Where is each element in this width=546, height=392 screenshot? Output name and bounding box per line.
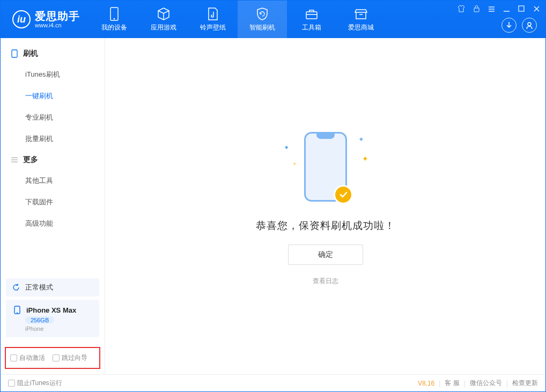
svg-point-8 (17, 312, 18, 313)
view-log-link[interactable]: 查看日志 (313, 277, 338, 286)
tab-apps-games[interactable]: 应用游戏 (139, 1, 188, 38)
sparkle-icon: ✦ (362, 154, 368, 163)
device-panel: 正常模式 iPhone XS Max 256GB iPhone (1, 274, 105, 344)
support-link[interactable]: 客 服 (445, 379, 459, 388)
sidebar: 刷机 iTunes刷机 一键刷机 专业刷机 批量刷机 更多 其他工具 下载固件 … (1, 38, 105, 374)
tshirt-icon[interactable] (456, 4, 466, 13)
checkbox-skip-guide[interactable]: 跳过向导 (53, 353, 87, 363)
shield-refresh-icon (255, 7, 269, 21)
window-controls (456, 4, 541, 13)
music-file-icon (206, 7, 220, 21)
svg-rect-4 (519, 6, 524, 11)
sparkle-icon: ◆ (359, 136, 363, 142)
cube-icon (157, 7, 171, 21)
tab-ringtone-wallpaper[interactable]: 铃声壁纸 (188, 1, 238, 38)
sidebar-item-pro-flash[interactable]: 专业刷机 (1, 107, 105, 128)
app-name: 爱思助手 (35, 10, 80, 22)
ok-button[interactable]: 确定 (288, 245, 363, 265)
sidebar-item-itunes-flash[interactable]: iTunes刷机 (1, 64, 105, 85)
wechat-link[interactable]: 微信公众号 (470, 379, 502, 388)
menu-icon[interactable] (486, 4, 496, 13)
list-icon (10, 156, 19, 164)
phone-outline-icon (10, 49, 19, 58)
tab-smart-flash[interactable]: 智能刷机 (238, 1, 287, 38)
sidebar-item-other-tools[interactable]: 其他工具 (1, 170, 105, 191)
tab-my-device[interactable]: 我的设备 (90, 1, 139, 38)
device-mode-card[interactable]: 正常模式 (6, 278, 99, 297)
sidebar-item-advanced[interactable]: 高级功能 (1, 213, 105, 234)
close-button[interactable] (532, 4, 541, 13)
device-capacity-badge: 256GB (25, 316, 54, 324)
device-info-card[interactable]: iPhone XS Max 256GB iPhone (6, 300, 99, 337)
tab-toolbox[interactable]: 工具箱 (287, 1, 336, 38)
nav-tabs: 我的设备 应用游戏 铃声壁纸 智能刷机 (90, 1, 386, 38)
tab-store[interactable]: 爱思商城 (336, 1, 386, 38)
sidebar-item-onekey-flash[interactable]: 一键刷机 (1, 85, 105, 107)
svg-point-1 (114, 18, 115, 19)
refresh-icon (11, 283, 21, 292)
sidebar-group-flash: 刷机 (1, 43, 105, 64)
checkbox-icon (10, 354, 17, 361)
app-window: iu 爱思助手 www.i4.cn 我的设备 应用游戏 (0, 0, 546, 392)
store-icon (354, 7, 368, 21)
minimize-button[interactable] (501, 4, 511, 13)
device-type: iPhone (25, 326, 43, 332)
sidebar-item-batch-flash[interactable]: 批量刷机 (1, 128, 105, 150)
check-update-link[interactable]: 检查更新 (512, 379, 538, 388)
device-phone-icon (12, 305, 22, 315)
user-button[interactable] (522, 18, 537, 33)
svg-point-5 (528, 23, 531, 26)
checkbox-auto-activate[interactable]: 自动激活 (10, 353, 45, 363)
app-logo: iu 爱思助手 www.i4.cn (1, 10, 90, 28)
app-site: www.i4.cn (35, 22, 80, 28)
sidebar-group-more: 更多 (1, 150, 105, 170)
svg-rect-2 (306, 12, 317, 19)
svg-rect-6 (12, 50, 17, 57)
sidebar-item-download-firmware[interactable]: 下载固件 (1, 191, 105, 213)
version-label: V8.16 (418, 380, 434, 387)
statusbar: 阻止iTunes运行 V8.16 | 客 服 | 微信公众号 | 检查更新 (1, 374, 545, 391)
download-button[interactable] (501, 18, 517, 33)
sparkle-icon: ✦ (292, 161, 297, 167)
checkbox-block-itunes[interactable]: 阻止iTunes运行 (8, 379, 62, 388)
maximize-button[interactable] (517, 4, 526, 13)
header-circle-buttons (501, 18, 537, 33)
body: 刷机 iTunes刷机 一键刷机 专业刷机 批量刷机 更多 其他工具 下载固件 … (1, 38, 545, 374)
success-illustration: ◆ ✦ ◆ ✦ (277, 127, 374, 207)
checkbox-icon (8, 380, 15, 387)
logo-icon: iu (12, 10, 31, 28)
success-check-icon (334, 185, 353, 204)
device-name: iPhone XS Max (26, 306, 76, 314)
titlebar: iu 爱思助手 www.i4.cn 我的设备 应用游戏 (1, 1, 545, 38)
toolbox-icon (305, 7, 319, 21)
checkbox-icon (53, 354, 60, 361)
svg-rect-3 (474, 8, 479, 12)
sparkle-icon: ◆ (285, 145, 288, 150)
device-mode-label: 正常模式 (25, 283, 53, 292)
lock-icon[interactable] (471, 4, 481, 13)
phone-illustration-icon (304, 132, 347, 202)
flash-options-highlighted: 自动激活 跳过向导 (5, 347, 100, 369)
main-content: ◆ ✦ ◆ ✦ 恭喜您，保资料刷机成功啦！ 确定 查看日志 (105, 38, 545, 374)
success-message: 恭喜您，保资料刷机成功啦！ (256, 219, 395, 233)
phone-icon (107, 7, 121, 21)
